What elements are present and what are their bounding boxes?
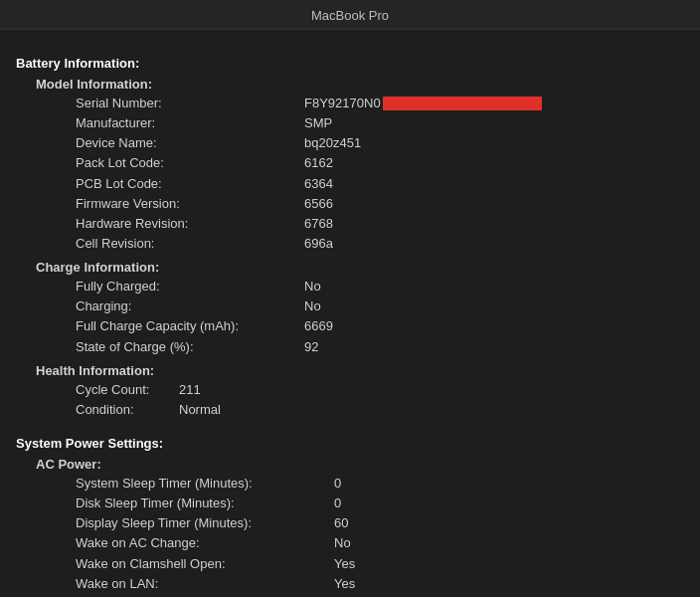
ac-power-row: Display Sleep Timer (Minutes):60 <box>36 513 684 533</box>
ac-power-header: AC Power: <box>36 457 684 472</box>
pcb-lot-row: PCB Lot Code: 6364 <box>36 174 684 194</box>
cycle-count-label: Cycle Count: <box>76 380 175 400</box>
charging-row: Charging: No <box>36 297 684 316</box>
charging-value: No <box>304 297 321 316</box>
cell-value: 696a <box>304 234 333 254</box>
window-title: MacBook Pro <box>311 8 389 23</box>
pack-lot-label: Pack Lot Code: <box>76 153 304 173</box>
system-power-header: System Power Settings: <box>16 436 684 451</box>
hardware-row: Hardware Revision: 6768 <box>36 214 684 234</box>
cell-label: Cell Revision: <box>76 234 304 254</box>
manufacturer-value: SMP <box>304 113 332 133</box>
device-name-label: Device Name: <box>76 133 304 153</box>
serial-row: Serial Number: F8Y92170N0 <box>36 94 684 113</box>
device-name-value: bq20z451 <box>304 133 361 153</box>
hardware-label: Hardware Revision: <box>76 214 304 234</box>
ac-row-value: Yes <box>334 574 355 594</box>
condition-label: Condition: <box>76 400 175 420</box>
health-info-header: Health Information: <box>36 363 684 378</box>
charging-label: Charging: <box>76 297 304 316</box>
pcb-lot-value: 6364 <box>304 174 333 194</box>
fully-charged-row: Fully Charged: No <box>36 277 684 297</box>
ac-row-value: 60 <box>334 513 348 533</box>
ac-power-row: Disk Sleep Timer (Minutes):0 <box>36 494 684 513</box>
ac-row-value: No <box>334 533 351 553</box>
ac-row-label: Wake on Clamshell Open: <box>76 554 334 574</box>
ac-row-label: Wake on LAN: <box>76 574 334 594</box>
manufacturer-label: Manufacturer: <box>76 113 304 133</box>
hardware-value: 6768 <box>304 214 333 234</box>
serial-redacted-bar <box>383 97 542 110</box>
ac-row-label: System Sleep Timer (Minutes): <box>76 474 334 494</box>
ac-row-value: 0 <box>334 494 341 513</box>
ac-power-row: System Sleep Timer (Minutes):0 <box>36 474 684 494</box>
serial-value: F8Y92170N0 <box>304 94 381 113</box>
condition-value: Normal <box>179 400 221 420</box>
device-name-row: Device Name: bq20z451 <box>36 133 684 153</box>
ac-row-label: Display Sleep Timer (Minutes): <box>76 513 334 533</box>
pcb-lot-label: PCB Lot Code: <box>76 174 304 194</box>
ac-row-label: Disk Sleep Timer (Minutes): <box>76 494 334 513</box>
cycle-count-value: 211 <box>179 380 201 400</box>
condition-row: Condition: Normal <box>36 400 684 420</box>
fully-charged-label: Fully Charged: <box>76 277 304 297</box>
ac-row-value: 0 <box>334 474 341 494</box>
ac-row-label: Wake on AC Change: <box>76 533 334 553</box>
ac-power-row: Wake on LAN:Yes <box>36 574 684 594</box>
full-charge-value: 6669 <box>304 316 333 336</box>
serial-label: Serial Number: <box>76 94 304 113</box>
firmware-label: Firmware Version: <box>76 194 304 214</box>
cell-row: Cell Revision: 696a <box>36 234 684 254</box>
model-info-header: Model Information: <box>36 77 684 92</box>
ac-power-row: Wake on AC Change:No <box>36 533 684 553</box>
pack-lot-row: Pack Lot Code: 6162 <box>36 153 684 173</box>
manufacturer-row: Manufacturer: SMP <box>36 113 684 133</box>
content-area: Battery Information: Model Information: … <box>0 30 700 597</box>
state-charge-label: State of Charge (%): <box>76 337 304 357</box>
battery-section-header: Battery Information: <box>16 56 684 71</box>
charge-info-header: Charge Information: <box>36 260 684 275</box>
cycle-count-row: Cycle Count: 211 <box>36 380 684 400</box>
ac-rows-container: System Sleep Timer (Minutes):0Disk Sleep… <box>36 474 684 597</box>
full-charge-label: Full Charge Capacity (mAh): <box>76 316 304 336</box>
state-charge-value: 92 <box>304 337 318 357</box>
firmware-value: 6566 <box>304 194 333 214</box>
full-charge-row: Full Charge Capacity (mAh): 6669 <box>36 316 684 336</box>
ac-power-row: Wake on Clamshell Open:Yes <box>36 554 684 574</box>
title-bar: MacBook Pro <box>0 0 700 30</box>
state-charge-row: State of Charge (%): 92 <box>36 337 684 357</box>
ac-row-value: Yes <box>334 554 355 574</box>
firmware-row: Firmware Version: 6566 <box>36 194 684 214</box>
pack-lot-value: 6162 <box>304 153 333 173</box>
fully-charged-value: No <box>304 277 321 297</box>
